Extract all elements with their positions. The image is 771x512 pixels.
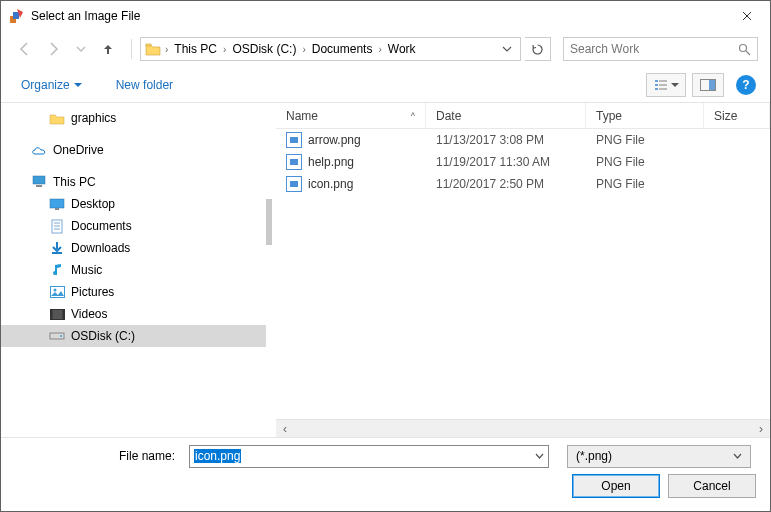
address-dropdown[interactable] <box>496 44 518 54</box>
sidebar-item-documents[interactable]: Documents <box>1 215 266 237</box>
svg-rect-15 <box>50 199 64 208</box>
col-type[interactable]: Type <box>586 103 704 128</box>
file-type: PNG File <box>586 133 704 147</box>
chevron-right-icon[interactable]: › <box>221 44 228 55</box>
preview-icon <box>700 79 716 91</box>
sidebar-item-music[interactable]: Music <box>1 259 266 281</box>
chevron-right-icon[interactable]: › <box>300 44 307 55</box>
svg-rect-1 <box>13 12 19 19</box>
chevron-right-icon[interactable]: › <box>163 44 170 55</box>
chevron-down-icon[interactable] <box>733 452 742 461</box>
col-size[interactable]: Size <box>704 103 770 128</box>
sidebar-item-label: This PC <box>53 175 96 189</box>
file-row[interactable]: help.png 11/19/2017 11:30 AM PNG File <box>276 151 770 173</box>
svg-point-28 <box>60 335 62 337</box>
recent-dropdown[interactable] <box>69 37 93 61</box>
cancel-button[interactable]: Cancel <box>668 474 756 498</box>
file-row[interactable]: icon.png 11/20/2017 2:50 PM PNG File <box>276 173 770 195</box>
resize-handle[interactable] <box>266 199 272 245</box>
splitter[interactable] <box>266 103 276 437</box>
organize-label: Organize <box>21 78 70 92</box>
crumb-thispc[interactable]: This PC <box>170 38 221 60</box>
chevron-right-icon[interactable]: › <box>376 44 383 55</box>
refresh-button[interactable] <box>525 37 551 61</box>
file-type-filter[interactable]: (*.png) <box>567 445 751 468</box>
file-date: 11/19/2017 11:30 AM <box>426 155 586 169</box>
desktop-icon <box>49 196 65 212</box>
sidebar-item-videos[interactable]: Videos <box>1 303 266 325</box>
toolbar: Organize New folder ? <box>1 67 770 103</box>
image-file-icon <box>286 154 302 170</box>
svg-point-23 <box>53 289 56 292</box>
crumb-documents[interactable]: Documents <box>308 38 377 60</box>
download-icon <box>49 240 65 256</box>
preview-pane-button[interactable] <box>692 73 724 97</box>
sidebar-item-osdisk[interactable]: OSDisk (C:) <box>1 325 266 347</box>
file-date: 11/20/2017 2:50 PM <box>426 177 586 191</box>
svg-line-4 <box>746 51 750 55</box>
sidebar-item-thispc[interactable]: This PC <box>1 171 266 193</box>
sidebar-item-label: OneDrive <box>53 143 104 157</box>
svg-rect-5 <box>655 80 658 82</box>
folder-icon <box>49 110 65 126</box>
sidebar-item-downloads[interactable]: Downloads <box>1 237 266 259</box>
col-date[interactable]: Date <box>426 103 586 128</box>
crumb-drive[interactable]: OSDisk (C:) <box>228 38 300 60</box>
file-list: arrow.png 11/13/2017 3:08 PM PNG File he… <box>276 129 770 419</box>
sidebar-item-label: Videos <box>71 307 107 321</box>
search-input[interactable]: Search Work <box>563 37 758 61</box>
svg-rect-6 <box>659 80 667 82</box>
search-placeholder: Search Work <box>570 42 639 56</box>
horizontal-scrollbar[interactable]: ‹ › <box>276 419 770 437</box>
address-bar[interactable]: › This PC › OSDisk (C:) › Documents › Wo… <box>140 37 521 61</box>
close-button[interactable] <box>724 1 770 31</box>
sidebar-item-label: OSDisk (C:) <box>71 329 135 343</box>
svg-rect-9 <box>655 88 658 90</box>
scroll-left-icon[interactable]: ‹ <box>276 421 294 437</box>
svg-rect-10 <box>659 88 667 90</box>
back-button[interactable] <box>13 37 37 61</box>
sidebar-item-label: Downloads <box>71 241 130 255</box>
svg-rect-8 <box>659 84 667 86</box>
computer-icon <box>31 174 47 190</box>
file-type: PNG File <box>586 155 704 169</box>
svg-rect-2 <box>146 44 151 46</box>
forward-button[interactable] <box>41 37 65 61</box>
filter-label: (*.png) <box>576 449 612 463</box>
sidebar-item-label: Desktop <box>71 197 115 211</box>
file-date: 11/13/2017 3:08 PM <box>426 133 586 147</box>
file-row[interactable]: arrow.png 11/13/2017 3:08 PM PNG File <box>276 129 770 151</box>
filename-input[interactable]: icon.png <box>189 445 549 468</box>
chevron-down-icon <box>671 81 679 89</box>
sidebar-item-onedrive[interactable]: OneDrive <box>1 139 266 161</box>
app-icon <box>9 8 25 24</box>
col-name[interactable]: Name^ <box>276 103 426 128</box>
chevron-down-icon[interactable] <box>535 452 544 461</box>
sidebar-item-desktop[interactable]: Desktop <box>1 193 266 215</box>
sidebar: graphics OneDrive This PC Desktop Docume… <box>1 103 266 437</box>
pictures-icon <box>49 284 65 300</box>
file-name: help.png <box>308 155 354 169</box>
open-button[interactable]: Open <box>572 474 660 498</box>
organize-button[interactable]: Organize <box>15 74 88 96</box>
help-icon: ? <box>742 78 749 92</box>
drive-icon <box>49 328 65 344</box>
help-button[interactable]: ? <box>736 75 756 95</box>
list-icon <box>654 79 668 91</box>
up-button[interactable] <box>97 37 119 61</box>
filename-label: File name: <box>15 449 181 463</box>
view-options-button[interactable] <box>646 73 686 97</box>
file-name: arrow.png <box>308 133 361 147</box>
filename-value: icon.png <box>194 449 241 463</box>
new-folder-button[interactable]: New folder <box>110 74 179 96</box>
svg-rect-25 <box>50 309 52 319</box>
sidebar-item-graphics[interactable]: graphics <box>1 107 266 129</box>
crumb-work[interactable]: Work <box>384 38 420 60</box>
music-icon <box>49 262 65 278</box>
sidebar-item-pictures[interactable]: Pictures <box>1 281 266 303</box>
footer: File name: icon.png (*.png) Open Cancel <box>1 437 770 511</box>
scroll-right-icon[interactable]: › <box>752 421 770 437</box>
image-file-icon <box>286 132 302 148</box>
cloud-icon <box>31 142 47 158</box>
body: graphics OneDrive This PC Desktop Docume… <box>1 103 770 437</box>
